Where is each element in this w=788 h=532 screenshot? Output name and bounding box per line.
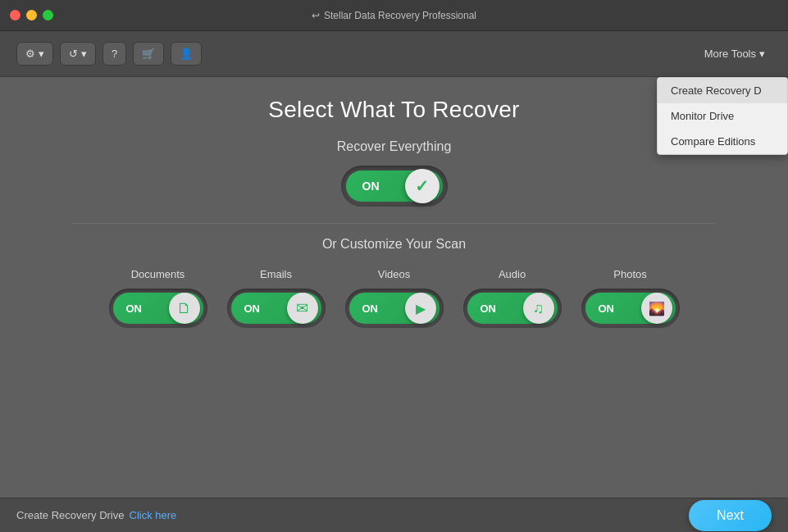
music-icon: ♫ bbox=[533, 300, 544, 317]
create-recovery-text: Create Recovery Drive bbox=[16, 509, 125, 521]
documents-toggle-knob: 🗋 bbox=[169, 293, 200, 324]
photos-category: Photos ON 🌄 bbox=[581, 268, 680, 328]
toolbar: ⚙ ▾ ↺ ▾ ? 🛒 👤 More Tools ▾ Create Recove… bbox=[0, 31, 788, 77]
play-icon: ▶ bbox=[416, 301, 426, 316]
cart-button[interactable]: 🛒 bbox=[133, 42, 164, 66]
emails-toggle[interactable]: ON ✉ bbox=[227, 289, 326, 328]
audio-toggle-knob: ♫ bbox=[523, 293, 554, 324]
videos-category: Videos ON ▶ bbox=[345, 268, 444, 328]
next-button[interactable]: Next bbox=[689, 500, 772, 531]
bottom-bar: Create Recovery Drive Click here Next bbox=[0, 498, 788, 532]
audio-label: Audio bbox=[499, 268, 526, 280]
more-tools-label: More Tools bbox=[704, 48, 756, 60]
toggle-track: ON ✓ bbox=[346, 171, 443, 202]
documents-toggle[interactable]: ON 🗋 bbox=[109, 289, 207, 328]
document-icon: 🗋 bbox=[177, 300, 192, 317]
more-tools-button[interactable]: More Tools ▾ bbox=[698, 43, 772, 65]
traffic-lights bbox=[10, 10, 53, 20]
section-divider bbox=[73, 223, 715, 224]
create-recovery-item[interactable]: Create Recovery D bbox=[658, 78, 787, 103]
audio-toggle-track: ON ♫ bbox=[467, 293, 558, 324]
emails-label: Emails bbox=[260, 268, 292, 280]
documents-label: Documents bbox=[131, 268, 185, 280]
page-title: Select What To Recover bbox=[268, 97, 519, 123]
categories-row: Documents ON 🗋 Emails ON ✉ bbox=[16, 268, 772, 328]
videos-label: Videos bbox=[378, 268, 411, 280]
photos-on-label: ON bbox=[599, 302, 615, 315]
toggle-knob: ✓ bbox=[405, 169, 440, 203]
chevron-down-icon: ▾ bbox=[759, 48, 765, 60]
recover-everything-label: Recover Everything bbox=[337, 139, 452, 154]
checkmark-icon: ✓ bbox=[415, 176, 429, 196]
photos-toggle[interactable]: ON 🌄 bbox=[581, 289, 680, 328]
photos-toggle-track: ON 🌄 bbox=[585, 293, 676, 324]
history-icon: ↺ bbox=[69, 48, 78, 60]
recover-everything-toggle[interactable]: ON ✓ bbox=[341, 166, 448, 207]
minimize-button[interactable] bbox=[26, 10, 37, 20]
email-icon: ✉ bbox=[296, 299, 308, 317]
chevron-down-icon: ▾ bbox=[81, 48, 87, 60]
profile-icon: 👤 bbox=[180, 48, 193, 60]
toolbar-right: More Tools ▾ bbox=[698, 43, 772, 65]
close-button[interactable] bbox=[10, 10, 20, 20]
emails-toggle-track: ON ✉ bbox=[231, 293, 321, 324]
more-tools-dropdown: Create Recovery D Monitor Drive Compare … bbox=[657, 77, 788, 155]
window-title: ↩ Stellar Data Recovery Professional bbox=[312, 10, 476, 21]
compare-editions-item[interactable]: Compare Editions bbox=[658, 129, 787, 154]
photos-toggle-knob: 🌄 bbox=[641, 293, 672, 324]
videos-toggle-knob: ▶ bbox=[405, 293, 436, 324]
audio-category: Audio ON ♫ bbox=[463, 268, 562, 328]
title-icon: ↩ bbox=[312, 10, 320, 21]
monitor-drive-item[interactable]: Monitor Drive bbox=[658, 103, 787, 129]
gear-icon: ⚙ bbox=[25, 48, 35, 60]
maximize-button[interactable] bbox=[43, 10, 53, 20]
emails-on-label: ON bbox=[244, 302, 261, 315]
videos-on-label: ON bbox=[362, 302, 379, 315]
toggle-on-label: ON bbox=[362, 180, 380, 193]
emails-toggle-knob: ✉ bbox=[287, 293, 318, 324]
videos-toggle[interactable]: ON ▶ bbox=[345, 289, 444, 328]
documents-category: Documents ON 🗋 bbox=[109, 268, 207, 328]
help-button[interactable]: ? bbox=[102, 42, 126, 66]
documents-toggle-track: ON 🗋 bbox=[113, 293, 203, 324]
audio-toggle[interactable]: ON ♫ bbox=[463, 289, 562, 328]
photos-label: Photos bbox=[613, 268, 646, 280]
photo-icon: 🌄 bbox=[649, 301, 665, 316]
audio-on-label: ON bbox=[481, 302, 497, 315]
help-icon: ? bbox=[112, 48, 117, 60]
chevron-down-icon: ▾ bbox=[39, 48, 44, 60]
videos-toggle-track: ON ▶ bbox=[349, 293, 440, 324]
emails-category: Emails ON ✉ bbox=[227, 268, 326, 328]
customize-scan-label: Or Customize Your Scan bbox=[322, 237, 466, 252]
title-bar: ↩ Stellar Data Recovery Professional bbox=[0, 0, 788, 31]
profile-button[interactable]: 👤 bbox=[171, 42, 202, 66]
history-button[interactable]: ↺ ▾ bbox=[60, 42, 96, 66]
settings-button[interactable]: ⚙ ▾ bbox=[16, 42, 53, 66]
cart-icon: 🛒 bbox=[142, 48, 155, 60]
click-here-link[interactable]: Click here bbox=[130, 509, 177, 521]
documents-on-label: ON bbox=[126, 302, 143, 315]
